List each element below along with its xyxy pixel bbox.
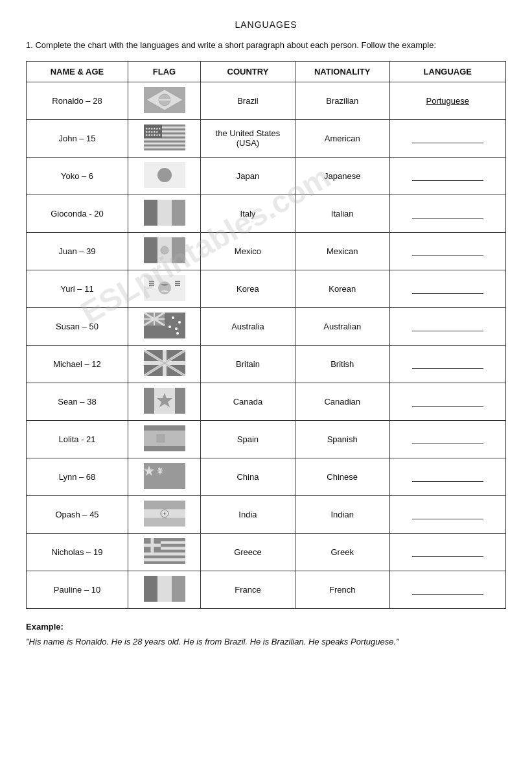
cell-name: Susan – 50	[27, 307, 128, 345]
header-nationality: NATIONALITY	[295, 61, 389, 82]
svg-rect-67	[144, 517, 185, 526]
cell-nationality: Spanish	[295, 420, 389, 458]
cell-nationality: Korean	[295, 270, 389, 307]
example-section: Example: "His name is Ronaldo. He is 28 …	[26, 622, 506, 649]
cell-country: Spain	[201, 420, 295, 458]
svg-rect-75	[144, 561, 185, 563]
cell-name: Yoko – 6	[27, 157, 128, 195]
cell-language	[389, 119, 505, 157]
svg-rect-60	[157, 434, 165, 442]
table-row: Michael – 12 BritainBritish	[27, 345, 506, 383]
svg-rect-19	[144, 200, 157, 226]
cell-language	[389, 383, 505, 420]
cell-flag	[128, 495, 200, 533]
cell-country: Greece	[201, 533, 295, 571]
cell-name: Gioconda - 20	[27, 195, 128, 232]
page-title: LANGUAGES	[26, 19, 506, 30]
svg-rect-81	[144, 576, 157, 602]
header-language: LANGUAGE	[389, 61, 505, 82]
cell-nationality: Australian	[295, 307, 389, 345]
svg-rect-59	[144, 446, 185, 451]
table-row: John – 15 ★★★★★★ ★★★★★ ★★★★★★ the United…	[27, 119, 506, 157]
cell-country: Britain	[201, 345, 295, 383]
table-row: Ronaldo – 28 BrazilBrazilianPortuguese	[27, 82, 506, 119]
table-row: Nicholas – 19 GreeceGreek	[27, 533, 506, 571]
cell-flag	[128, 82, 200, 119]
cell-flag	[128, 270, 200, 307]
svg-rect-23	[144, 237, 157, 263]
svg-rect-20	[157, 200, 172, 226]
svg-rect-82	[172, 576, 185, 602]
cell-nationality: Brazilian	[295, 82, 389, 119]
cell-language	[389, 571, 505, 608]
cell-flag	[128, 307, 200, 345]
svg-rect-55	[175, 388, 185, 414]
cell-name: Lynn – 68	[27, 458, 128, 495]
cell-flag: ★★★★★★ ★★★★★ ★★★★★★	[128, 119, 200, 157]
cell-language	[389, 157, 505, 195]
svg-point-42	[178, 321, 181, 324]
table-row: Juan – 39 MexicoMexican	[27, 232, 506, 270]
cell-country: France	[201, 571, 295, 608]
cell-name: Yuri – 11	[27, 270, 128, 307]
cell-nationality: Canadian	[295, 383, 389, 420]
svg-point-45	[176, 332, 179, 335]
cell-nationality: British	[295, 345, 389, 383]
cell-flag	[128, 571, 200, 608]
svg-text:★★★★★★: ★★★★★★	[145, 133, 161, 137]
cell-nationality: French	[295, 571, 389, 608]
cell-name: Opash – 45	[27, 495, 128, 533]
cell-country: China	[201, 458, 295, 495]
cell-nationality: Mexican	[295, 232, 389, 270]
svg-point-17	[157, 168, 172, 182]
svg-rect-74	[144, 555, 185, 558]
svg-point-44	[168, 326, 171, 328]
cell-flag	[128, 533, 200, 571]
svg-rect-25	[172, 237, 185, 263]
svg-point-26	[161, 246, 168, 254]
cell-language	[389, 345, 505, 383]
example-text: "His name is Ronaldo. He is 28 years old…	[26, 635, 506, 649]
svg-rect-54	[144, 388, 154, 414]
cell-language	[389, 232, 505, 270]
cell-flag	[128, 157, 200, 195]
svg-rect-11	[144, 148, 185, 150]
svg-rect-9	[144, 140, 185, 142]
cell-flag	[128, 383, 200, 420]
cell-country: Japan	[201, 157, 295, 195]
header-name: NAME & AGE	[27, 61, 128, 82]
header-flag: FLAG	[128, 61, 200, 82]
cell-flag	[128, 458, 200, 495]
cell-country: Mexico	[201, 232, 295, 270]
cell-language	[389, 195, 505, 232]
cell-name: Nicholas – 19	[27, 533, 128, 571]
cell-nationality: Indian	[295, 495, 389, 533]
cell-name: John – 15	[27, 119, 128, 157]
cell-nationality: American	[295, 119, 389, 157]
cell-flag	[128, 232, 200, 270]
cell-country: Italy	[201, 195, 295, 232]
cell-language	[389, 270, 505, 307]
cell-language	[389, 533, 505, 571]
header-country: COUNTRY	[201, 61, 295, 82]
cell-name: Sean – 38	[27, 383, 128, 420]
table-row: Yuri – 11 KoreaKorean	[27, 270, 506, 307]
cell-nationality: Chinese	[295, 458, 389, 495]
cell-language: Portuguese	[389, 82, 505, 119]
table-row: Lynn – 68 ChinaChinese	[27, 458, 506, 495]
cell-language	[389, 458, 505, 495]
cell-language	[389, 307, 505, 345]
cell-country: Australia	[201, 307, 295, 345]
svg-rect-66	[144, 501, 185, 509]
table-row: Pauline – 10 FranceFrench	[27, 571, 506, 608]
table-row: Gioconda - 20 ItalyItalian	[27, 195, 506, 232]
cell-country: India	[201, 495, 295, 533]
table-row: Lolita - 21 SpainSpanish	[27, 420, 506, 458]
cell-name: Pauline – 10	[27, 571, 128, 608]
cell-name: Ronaldo – 28	[27, 82, 128, 119]
cell-country: Brazil	[201, 82, 295, 119]
cell-name: Juan – 39	[27, 232, 128, 270]
cell-nationality: Japanese	[295, 157, 389, 195]
cell-country: the United States (USA)	[201, 119, 295, 157]
example-label: Example:	[26, 622, 506, 632]
